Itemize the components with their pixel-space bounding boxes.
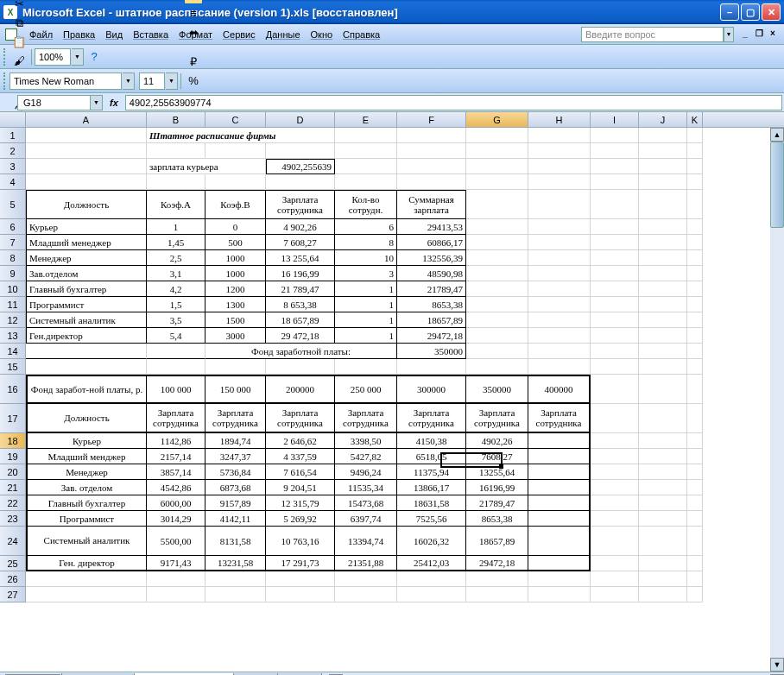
cell[interactable] xyxy=(528,433,591,449)
cell[interactable] xyxy=(466,281,528,297)
cell[interactable]: Должность xyxy=(26,190,147,219)
cell[interactable]: 11375,94 xyxy=(397,464,466,480)
cell[interactable]: Главный бухгалтер xyxy=(26,495,147,511)
cell[interactable]: Курьер xyxy=(26,433,147,449)
row-header-27[interactable]: 27 xyxy=(0,587,26,602)
doc-minimize-button[interactable]: _ xyxy=(739,28,751,41)
row-header-10[interactable]: 10 xyxy=(0,281,26,297)
cell[interactable]: 25412,03 xyxy=(397,556,466,571)
cell[interactable]: Менеджер xyxy=(26,464,147,480)
cell[interactable] xyxy=(687,190,703,219)
row-header-5[interactable]: 5 xyxy=(0,190,26,219)
row-header-23[interactable]: 23 xyxy=(0,511,26,527)
row-header-8[interactable]: 8 xyxy=(0,250,26,266)
cell[interactable] xyxy=(591,375,639,404)
cell[interactable]: 10 763,16 xyxy=(266,527,335,556)
cell[interactable]: Коэф.А xyxy=(147,190,205,219)
zoom-combo[interactable]: 100% xyxy=(35,48,71,66)
cell[interactable] xyxy=(205,174,266,190)
align-center-icon[interactable]: ≡ xyxy=(184,0,203,4)
cell[interactable]: 4902,26 xyxy=(466,433,528,449)
cell[interactable] xyxy=(528,219,591,235)
cell[interactable] xyxy=(466,190,528,219)
cell[interactable] xyxy=(397,159,466,174)
cell[interactable] xyxy=(687,174,703,190)
cell[interactable]: 1,45 xyxy=(147,235,205,250)
cell[interactable]: 1300 xyxy=(205,297,266,312)
cell[interactable] xyxy=(528,556,591,571)
cell[interactable] xyxy=(528,464,591,480)
cell[interactable] xyxy=(687,281,703,297)
cell[interactable] xyxy=(397,143,466,159)
cell[interactable]: 7 608,27 xyxy=(266,235,335,250)
cell[interactable] xyxy=(528,527,591,556)
cell[interactable] xyxy=(26,159,147,174)
cell[interactable]: 300000 xyxy=(397,375,466,404)
cell[interactable]: 5427,82 xyxy=(335,449,397,464)
cell[interactable]: 7608,27 xyxy=(466,449,528,464)
cell[interactable]: Зарплата сотрудника xyxy=(266,404,335,433)
cell[interactable]: 21789,47 xyxy=(397,281,466,297)
menu-файл[interactable]: Файл xyxy=(24,27,58,42)
cell[interactable] xyxy=(639,495,687,511)
cell[interactable] xyxy=(466,344,528,359)
cell[interactable]: Зарплата сотрудника xyxy=(266,190,335,219)
cell[interactable] xyxy=(639,281,687,297)
cell[interactable]: 6397,74 xyxy=(335,511,397,527)
cell[interactable]: зарплата курьера xyxy=(147,159,266,174)
cell[interactable] xyxy=(466,128,528,143)
name-box[interactable]: G18 xyxy=(17,95,91,110)
maximize-button[interactable]: ▢ xyxy=(741,3,760,21)
cell[interactable] xyxy=(335,143,397,159)
cell[interactable]: 200000 xyxy=(266,375,335,404)
cell[interactable]: 1 xyxy=(335,328,397,344)
cell[interactable] xyxy=(266,571,335,587)
cell[interactable] xyxy=(147,174,205,190)
col-header-F[interactable]: F xyxy=(397,112,466,127)
cell[interactable] xyxy=(639,190,687,219)
cell[interactable]: 7525,56 xyxy=(397,511,466,527)
cell[interactable] xyxy=(687,480,703,495)
cell[interactable] xyxy=(591,297,639,312)
cell[interactable]: 6873,68 xyxy=(205,480,266,495)
cell[interactable]: Кол-во сотрудн. xyxy=(335,190,397,219)
row-header-17[interactable]: 17 xyxy=(0,404,26,433)
cell[interactable]: 3 xyxy=(335,266,397,281)
row-header-12[interactable]: 12 xyxy=(0,312,26,328)
cell[interactable]: 1 xyxy=(335,281,397,297)
row-header-6[interactable]: 6 xyxy=(0,219,26,235)
cell[interactable] xyxy=(591,128,639,143)
cell[interactable] xyxy=(591,266,639,281)
cell[interactable]: 8653,38 xyxy=(466,511,528,527)
cell[interactable]: 2,5 xyxy=(147,250,205,266)
cell[interactable]: Зав.отделом xyxy=(26,266,147,281)
cell[interactable]: Фонд заработ-ной платы, р. xyxy=(26,375,147,404)
cell[interactable] xyxy=(528,143,591,159)
cell[interactable] xyxy=(687,250,703,266)
cell[interactable] xyxy=(528,159,591,174)
cell[interactable]: 29413,53 xyxy=(397,219,466,235)
row-header-16[interactable]: 16 xyxy=(0,375,26,404)
cell[interactable]: 18657,89 xyxy=(466,527,528,556)
cell[interactable] xyxy=(591,511,639,527)
row-header-4[interactable]: 4 xyxy=(0,174,26,190)
cell[interactable] xyxy=(528,328,591,344)
cell[interactable] xyxy=(466,235,528,250)
font-size-combo[interactable]: 11 xyxy=(139,73,165,90)
cell[interactable]: Фонд заработной платы: xyxy=(205,344,397,359)
cell[interactable]: Ген. директор xyxy=(26,556,147,571)
cell[interactable] xyxy=(26,128,147,143)
cell[interactable] xyxy=(205,587,266,602)
cell[interactable] xyxy=(639,174,687,190)
cell[interactable] xyxy=(147,344,205,359)
cell[interactable]: 1 xyxy=(335,312,397,328)
col-header-D[interactable]: D xyxy=(266,112,335,127)
cell[interactable]: 13231,58 xyxy=(205,556,266,571)
cell[interactable]: 3857,14 xyxy=(147,464,205,480)
cell[interactable]: 13255,64 xyxy=(466,464,528,480)
cell[interactable]: 60866,17 xyxy=(397,235,466,250)
cell[interactable] xyxy=(147,143,205,159)
cell[interactable] xyxy=(591,235,639,250)
cell[interactable]: 6000,00 xyxy=(147,495,205,511)
cell[interactable]: 3,5 xyxy=(147,312,205,328)
